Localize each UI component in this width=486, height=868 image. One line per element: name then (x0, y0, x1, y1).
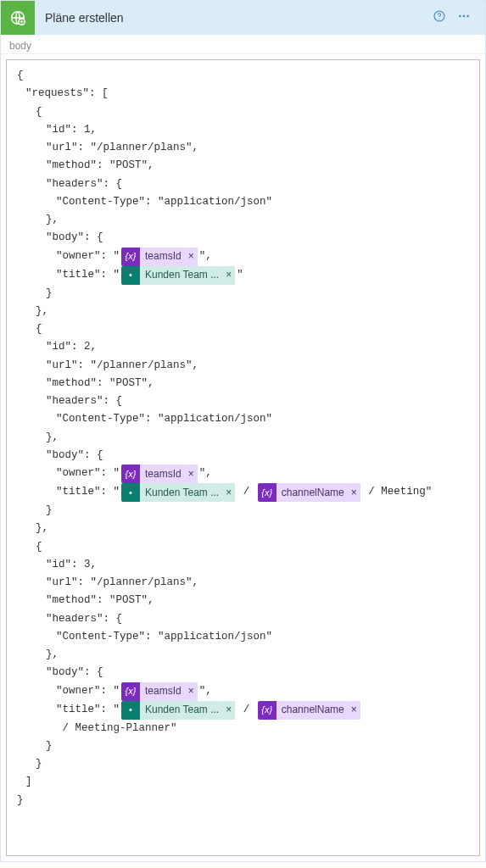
code-line: "id": 1, (17, 121, 471, 139)
code-line: } (17, 792, 471, 810)
code-line: "body": { (17, 664, 471, 682)
variable-icon: {x} (121, 248, 140, 266)
code-line: "title": " • Kunden Team ... × / {x} cha… (17, 483, 471, 502)
variable-icon: {x} (258, 483, 277, 502)
code-line: } (17, 285, 471, 303)
svg-point-3 (439, 19, 439, 19)
svg-point-4 (459, 15, 461, 17)
code-line: "method": "POST", (17, 592, 471, 609)
close-icon[interactable]: × (187, 682, 198, 701)
code-line: { (17, 103, 471, 121)
svg-point-5 (463, 15, 465, 17)
close-icon[interactable]: × (187, 465, 198, 483)
code-line: "body": { (17, 447, 471, 465)
code-line: "headers": { (17, 610, 471, 628)
card-header[interactable]: Pläne erstellen (1, 1, 485, 35)
variable-icon: {x} (258, 701, 277, 720)
code-line: }, (17, 646, 471, 664)
action-icon (1, 1, 35, 35)
code-line: }, (17, 520, 471, 537)
code-line: ] (17, 773, 471, 791)
code-line: { (17, 320, 471, 338)
code-line: "url": "/planner/plans", (17, 357, 471, 375)
code-line: "id": 2, (17, 338, 471, 356)
code-line: "title": " • Kunden Team ... × " (17, 266, 471, 285)
code-line: "owner": " {x} teamsId × ", (17, 682, 471, 701)
code-line: "Content-Type": "application/json" (17, 410, 471, 428)
close-icon[interactable]: × (349, 483, 360, 502)
code-line: } (17, 755, 471, 773)
more-icon[interactable] (451, 9, 477, 26)
code-line: { (17, 538, 471, 556)
code-line: } (17, 502, 471, 520)
token-teamsid[interactable]: {x} teamsId × (121, 465, 198, 483)
close-icon[interactable]: × (224, 266, 235, 285)
body-editor[interactable]: { "requests": [ { "id": 1, "url": "/plan… (6, 59, 480, 856)
code-line: "headers": { (17, 175, 471, 193)
code-line: }, (17, 303, 471, 320)
code-line: } (17, 737, 471, 755)
code-line: "owner": " {x} teamsId × ", (17, 248, 471, 266)
code-line: "url": "/planner/plans", (17, 574, 471, 592)
code-line: "owner": " {x} teamsId × ", (17, 465, 471, 483)
svg-point-6 (466, 15, 468, 17)
close-icon[interactable]: × (224, 483, 235, 502)
token-channelname[interactable]: {x} channelName × (258, 483, 360, 502)
code-line: "method": "POST", (17, 375, 471, 392)
card-title: Pläne erstellen (35, 11, 427, 25)
token-teamsid[interactable]: {x} teamsId × (121, 248, 198, 266)
dynamic-content-icon: • (121, 701, 140, 720)
variable-icon: {x} (121, 465, 140, 483)
close-icon[interactable]: × (224, 701, 235, 720)
variable-icon: {x} (121, 682, 140, 701)
action-card: Pläne erstellen body { "requests": [ { "… (0, 0, 486, 862)
code-line: "headers": { (17, 392, 471, 410)
code-line: }, (17, 211, 471, 229)
field-label-body: body (1, 35, 485, 54)
code-line: "requests": [ (17, 85, 471, 103)
code-line: "Content-Type": "application/json" (17, 628, 471, 646)
help-icon[interactable] (427, 9, 451, 26)
close-icon[interactable]: × (349, 701, 360, 720)
close-icon[interactable]: × (187, 248, 198, 266)
code-line: "Content-Type": "application/json" (17, 193, 471, 211)
code-line: }, (17, 429, 471, 447)
code-line: "body": { (17, 229, 471, 247)
dynamic-content-icon: • (121, 483, 140, 502)
token-teamsid[interactable]: {x} teamsId × (121, 682, 198, 701)
code-line: "method": "POST", (17, 157, 471, 175)
code-line: "title": " • Kunden Team ... × / {x} cha… (17, 701, 471, 737)
token-kundenteam[interactable]: • Kunden Team ... × (121, 483, 235, 502)
code-line: "url": "/planner/plans", (17, 139, 471, 157)
code-line: "id": 3, (17, 556, 471, 574)
token-kundenteam[interactable]: • Kunden Team ... × (121, 266, 235, 285)
code-line: { (17, 67, 471, 85)
dynamic-content-icon: • (121, 266, 140, 285)
token-kundenteam[interactable]: • Kunden Team ... × (121, 701, 235, 720)
token-channelname[interactable]: {x} channelName × (258, 701, 360, 720)
